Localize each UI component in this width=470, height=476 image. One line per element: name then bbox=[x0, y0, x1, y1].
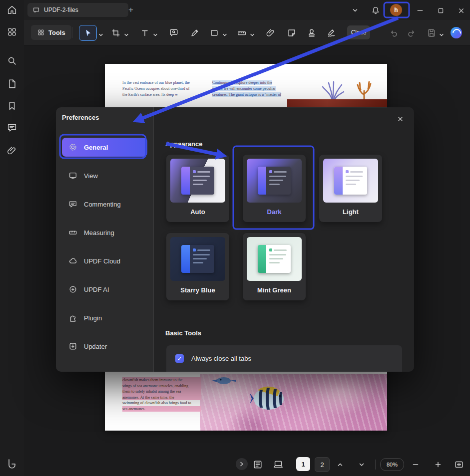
select-tool-chevron-icon[interactable] bbox=[98, 30, 103, 35]
minimize-button[interactable] bbox=[414, 4, 427, 17]
ruler-icon bbox=[68, 228, 77, 237]
cursor-icon bbox=[83, 28, 92, 37]
preferences-dialog: Appearance Auto Dark bbox=[56, 107, 414, 372]
updf-ai-icon bbox=[68, 285, 77, 294]
toolbar-divider bbox=[72, 27, 72, 38]
pref-nav-plugin-label: Plugin bbox=[84, 314, 102, 322]
close-tools-label: Close bbox=[351, 29, 367, 36]
theme-label-light: Light bbox=[319, 203, 382, 222]
tools-button[interactable]: Tools bbox=[31, 25, 71, 40]
pref-nav-plugin[interactable]: Plugin bbox=[62, 308, 147, 327]
document-tab[interactable]: UPDF-2-files bbox=[27, 3, 128, 17]
attach-tool-icon[interactable] bbox=[265, 27, 277, 39]
expand-panel-button[interactable] bbox=[236, 458, 248, 470]
page1-column1: In the vast embrace of our blue planet, … bbox=[122, 80, 198, 98]
gear-icon bbox=[68, 143, 77, 152]
main-toolbar: Tools bbox=[24, 20, 470, 45]
theme-label-mint-green: Mint Green bbox=[243, 281, 306, 300]
pref-nav-measuring[interactable]: Measuring bbox=[62, 223, 147, 242]
cloud-icon bbox=[68, 256, 77, 265]
updf-app-window: UPDF-2-files + h Tools bbox=[0, 0, 470, 476]
theme-card-auto[interactable]: Auto bbox=[166, 155, 229, 222]
page-thumbnails-icon[interactable] bbox=[252, 459, 264, 471]
pref-nav-updf-cloud-label: UPDF Cloud bbox=[84, 257, 120, 265]
measure-tool-icon[interactable] bbox=[236, 27, 248, 39]
titlebar-chevron-down-icon[interactable] bbox=[349, 4, 362, 17]
pref-nav-view[interactable]: View bbox=[62, 166, 147, 185]
theme-label-dark: Dark bbox=[243, 203, 306, 222]
pref-nav-commenting-label: Commenting bbox=[84, 201, 121, 208]
page-number-current[interactable]: 1 bbox=[296, 457, 310, 471]
reading-mode-icon[interactable] bbox=[272, 459, 284, 471]
pref-nav-commenting[interactable]: Commenting bbox=[62, 195, 147, 214]
basic-tools-heading: Basic Tools bbox=[165, 329, 201, 337]
dialog-close-icon[interactable] bbox=[395, 113, 406, 124]
comment-bubble-icon bbox=[68, 200, 77, 209]
attachment-icon[interactable] bbox=[6, 145, 18, 157]
shape-tool-icon[interactable] bbox=[208, 27, 220, 39]
theme-preview-dark bbox=[247, 159, 302, 203]
previous-page-chevron-icon[interactable] bbox=[334, 459, 346, 471]
pref-nav-updater[interactable]: Updater bbox=[62, 337, 147, 356]
maximize-button[interactable] bbox=[434, 4, 447, 17]
titlebar: UPDF-2-files + h bbox=[24, 0, 470, 20]
select-tool-button[interactable] bbox=[79, 25, 97, 41]
pref-nav-updf-cloud[interactable]: UPDF Cloud bbox=[62, 251, 147, 270]
theme-card-starry-blue[interactable]: Starry Blue bbox=[166, 233, 229, 300]
monitor-icon bbox=[68, 171, 77, 180]
close-window-button[interactable] bbox=[455, 4, 468, 17]
home-icon[interactable] bbox=[6, 4, 18, 16]
measure-tool-chevron-icon[interactable] bbox=[250, 30, 255, 35]
pref-nav-updf-ai[interactable]: UPDF AI bbox=[62, 280, 147, 299]
theme-label-starry-blue: Starry Blue bbox=[166, 281, 229, 300]
stamp-tool-icon[interactable] bbox=[306, 27, 318, 39]
text-tool-chevron-icon[interactable] bbox=[153, 30, 158, 35]
notifications-bell-icon[interactable] bbox=[369, 4, 382, 17]
zoom-level[interactable]: 80% bbox=[380, 458, 404, 471]
workspace-grid-icon[interactable] bbox=[6, 26, 18, 38]
preferences-title: Preferences bbox=[62, 114, 99, 121]
theme-label-auto: Auto bbox=[166, 203, 229, 222]
search-icon[interactable] bbox=[6, 55, 18, 67]
next-page-chevron-icon[interactable] bbox=[356, 459, 368, 471]
theme-card-mint-green[interactable]: Mint Green bbox=[243, 233, 306, 300]
new-tab-button[interactable]: + bbox=[124, 3, 138, 17]
close-tools-button[interactable]: Close bbox=[347, 25, 370, 39]
pref-nav-updater-label: Updater bbox=[84, 343, 107, 350]
always-close-tabs-label: Always close all tabs bbox=[191, 355, 251, 362]
save-chevron-icon[interactable] bbox=[439, 30, 444, 35]
updf-logo-icon bbox=[6, 458, 18, 470]
crop-tool-chevron-icon[interactable] bbox=[124, 30, 129, 35]
page2-text: clownfish makes them immune to the sting… bbox=[122, 377, 201, 412]
document-icon[interactable] bbox=[6, 78, 18, 90]
bookmark-icon[interactable] bbox=[6, 100, 18, 112]
zoom-out-icon[interactable] bbox=[410, 459, 422, 471]
page-number-next[interactable]: 2 bbox=[315, 457, 330, 472]
comment-search-tool-icon[interactable] bbox=[168, 27, 180, 39]
theme-preview-mint-green bbox=[247, 237, 302, 281]
user-avatar[interactable]: h bbox=[390, 4, 402, 16]
shape-tool-chevron-icon[interactable] bbox=[222, 30, 227, 35]
signature-tool-icon[interactable] bbox=[326, 27, 338, 39]
redo-icon[interactable] bbox=[406, 27, 418, 39]
pen-tool-icon[interactable] bbox=[189, 27, 201, 39]
crop-tool-icon[interactable] bbox=[110, 27, 122, 39]
comment-icon[interactable] bbox=[6, 122, 18, 134]
appearance-heading: Appearance bbox=[165, 140, 202, 148]
save-icon[interactable] bbox=[426, 27, 438, 39]
zoom-in-icon[interactable] bbox=[432, 459, 444, 471]
left-sidebar bbox=[0, 0, 24, 476]
theme-card-dark[interactable]: Dark bbox=[243, 155, 306, 222]
updf-ai-button[interactable] bbox=[451, 27, 462, 38]
theme-card-light[interactable]: Light bbox=[319, 155, 382, 222]
statusbar-divider bbox=[375, 460, 376, 470]
always-close-tabs-checkbox[interactable]: ✓ bbox=[175, 354, 184, 363]
undo-icon[interactable] bbox=[388, 27, 400, 39]
fit-page-icon[interactable] bbox=[453, 459, 465, 471]
pref-nav-general[interactable]: General bbox=[62, 138, 147, 157]
sticker-tool-icon[interactable] bbox=[286, 27, 298, 39]
always-close-tabs-row[interactable]: ✓ Always close all tabs bbox=[166, 345, 402, 372]
pref-nav-view-label: View bbox=[84, 172, 98, 180]
text-tool-icon[interactable] bbox=[139, 27, 151, 39]
avatar-letter: h bbox=[394, 6, 398, 13]
